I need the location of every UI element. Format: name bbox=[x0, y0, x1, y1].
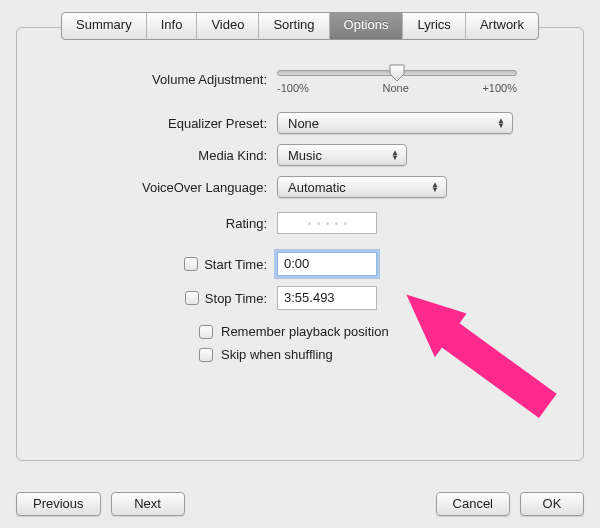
media-popup[interactable]: Music ▲▼ bbox=[277, 144, 407, 166]
tab-summary[interactable]: Summary bbox=[62, 13, 147, 39]
next-button[interactable]: Next bbox=[111, 492, 185, 516]
tab-lyrics[interactable]: Lyrics bbox=[403, 13, 465, 39]
volume-label: Volume Adjustment: bbox=[47, 72, 277, 87]
updown-arrows-icon: ▲▼ bbox=[428, 182, 442, 192]
stop-time-checkbox[interactable] bbox=[185, 291, 199, 305]
rating-field[interactable] bbox=[277, 212, 377, 234]
volume-tick-min: -100% bbox=[277, 82, 309, 94]
tab-sorting[interactable]: Sorting bbox=[259, 13, 329, 39]
start-time-input[interactable]: 0:00 bbox=[277, 252, 377, 276]
rating-dot-icon bbox=[317, 222, 320, 225]
volume-tick-labels: -100% None +100% bbox=[277, 82, 517, 94]
voiceover-value: Automatic bbox=[288, 180, 346, 195]
tab-info[interactable]: Info bbox=[147, 13, 198, 39]
media-value: Music bbox=[288, 148, 322, 163]
updown-arrows-icon: ▲▼ bbox=[388, 150, 402, 160]
skip-label: Skip when shuffling bbox=[221, 347, 333, 362]
eq-value: None bbox=[288, 116, 319, 131]
previous-button[interactable]: Previous bbox=[16, 492, 101, 516]
volume-tick-max: +100% bbox=[482, 82, 517, 94]
remember-checkbox[interactable] bbox=[199, 325, 213, 339]
options-panel: Volume Adjustment: bbox=[16, 27, 584, 461]
ok-button[interactable]: OK bbox=[520, 492, 584, 516]
volume-tick-mid: None bbox=[382, 82, 408, 94]
eq-label: Equalizer Preset: bbox=[47, 116, 277, 131]
start-time-label: Start Time: bbox=[204, 257, 267, 272]
rating-dot-icon bbox=[326, 222, 329, 225]
voiceover-popup[interactable]: Automatic ▲▼ bbox=[277, 176, 447, 198]
stop-time-input[interactable]: 3:55.493 bbox=[277, 286, 377, 310]
rating-dot-icon bbox=[344, 222, 347, 225]
media-label: Media Kind: bbox=[47, 148, 277, 163]
tab-artwork[interactable]: Artwork bbox=[466, 13, 538, 39]
rating-dot-icon bbox=[335, 222, 338, 225]
voiceover-label: VoiceOver Language: bbox=[47, 180, 277, 195]
get-info-window: Summary Info Video Sorting Options Lyric… bbox=[0, 0, 600, 528]
tab-bar-inner: Summary Info Video Sorting Options Lyric… bbox=[61, 12, 539, 40]
tab-video[interactable]: Video bbox=[197, 13, 259, 39]
rating-dot-icon bbox=[308, 222, 311, 225]
volume-slider-thumb[interactable] bbox=[389, 64, 405, 82]
remember-label: Remember playback position bbox=[221, 324, 389, 339]
volume-slider[interactable]: -100% None +100% bbox=[277, 64, 517, 94]
tab-bar: Summary Info Video Sorting Options Lyric… bbox=[16, 12, 584, 40]
cancel-button[interactable]: Cancel bbox=[436, 492, 510, 516]
skip-checkbox[interactable] bbox=[199, 348, 213, 362]
updown-arrows-icon: ▲▼ bbox=[494, 118, 508, 128]
stop-time-label: Stop Time: bbox=[205, 291, 267, 306]
eq-popup[interactable]: None ▲▼ bbox=[277, 112, 513, 134]
start-time-checkbox[interactable] bbox=[184, 257, 198, 271]
tab-options[interactable]: Options bbox=[330, 13, 404, 39]
button-bar: Previous Next Cancel OK bbox=[16, 492, 584, 516]
rating-label: Rating: bbox=[47, 216, 277, 231]
